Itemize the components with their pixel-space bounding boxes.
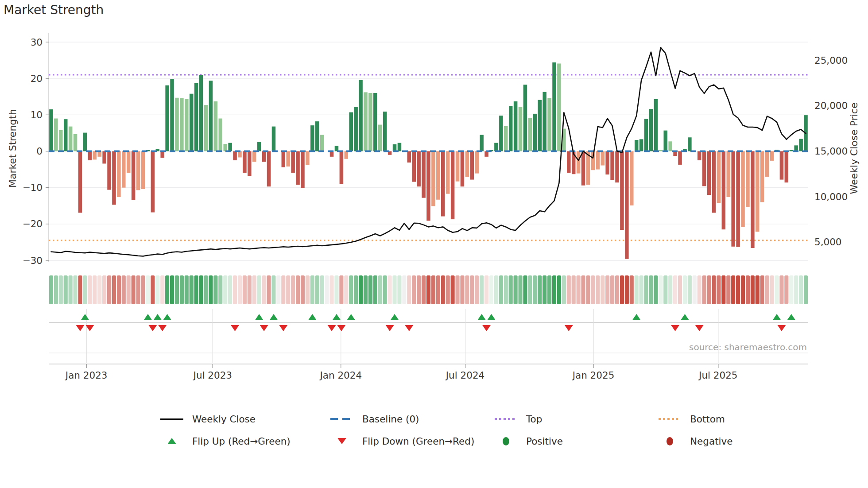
heatmap-cell	[204, 275, 208, 304]
strength-bars	[49, 62, 808, 259]
heatmap-cell	[155, 275, 159, 304]
strength-bar	[630, 151, 634, 205]
heatmap-cell	[141, 275, 145, 304]
strength-bar	[136, 151, 140, 190]
heatmap-cell	[252, 275, 256, 304]
strength-bar	[698, 151, 701, 161]
heatmap-cell	[702, 275, 706, 304]
left-tick-label: −30	[23, 255, 43, 266]
strength-bar	[751, 151, 755, 248]
heatmap-cell	[69, 275, 73, 304]
heatmap-cell	[455, 275, 459, 304]
heatmap-cell	[707, 275, 711, 304]
strength-bar	[533, 114, 537, 151]
strength-bar	[160, 151, 164, 158]
baseline-dash-swatch	[330, 418, 353, 420]
heatmap-cell	[228, 275, 232, 304]
flip-up-marker	[255, 314, 264, 320]
strength-bar	[102, 151, 106, 164]
heatmap-cell	[88, 275, 92, 304]
heatmap-cell	[320, 275, 324, 304]
heatmap-cell	[683, 275, 687, 304]
strength-bar	[417, 151, 421, 187]
flip-up-icon	[167, 438, 176, 444]
strength-bar	[668, 141, 672, 151]
strength-bar	[542, 92, 546, 151]
heatmap-cell	[572, 275, 576, 304]
strength-bar	[219, 119, 223, 151]
flip-down-marker	[671, 325, 679, 331]
heatmap-cell	[470, 275, 474, 304]
flip-down-icon	[337, 438, 346, 444]
heatmap-cell	[494, 275, 498, 304]
heatmap-cell	[117, 275, 121, 304]
strength-bar	[93, 151, 97, 160]
strength-bar	[528, 118, 532, 151]
heatmap-cell	[673, 275, 677, 304]
strength-bar	[248, 151, 252, 176]
heatmap-cell	[610, 275, 614, 304]
source-text: source: sharemaestro.com	[689, 342, 807, 352]
strength-bar	[398, 143, 402, 151]
strength-bar	[151, 151, 155, 213]
strength-bar	[214, 101, 218, 151]
strength-bar	[373, 93, 377, 151]
strength-bar	[770, 151, 774, 161]
strength-bar	[422, 151, 426, 198]
heatmap-cell	[349, 275, 353, 304]
heatmap-cell	[547, 275, 551, 304]
strength-bar	[393, 144, 397, 151]
x-tick-label: Jan 2025	[572, 370, 615, 381]
heatmap-cell	[329, 275, 333, 304]
strength-bar	[790, 150, 794, 151]
heatmap-cell	[262, 275, 266, 304]
heatmap-cell	[552, 275, 556, 304]
legend-item-bottom: Bottom	[654, 413, 725, 425]
strength-bar	[83, 133, 87, 151]
heatmap-cell	[359, 275, 363, 304]
left-tick-label: 30	[31, 37, 43, 48]
strength-bar	[615, 151, 619, 183]
heatmap-cell	[542, 275, 546, 304]
flip-down-marker	[405, 325, 413, 331]
strength-bar	[654, 99, 658, 151]
strength-bar	[170, 79, 174, 151]
heatmap-cell	[93, 275, 97, 304]
heatmap-cell	[339, 275, 343, 304]
flip-up-marker	[787, 314, 795, 320]
heatmap-cell	[509, 275, 513, 304]
strength-bar	[557, 63, 561, 151]
strength-bar	[175, 98, 179, 151]
strength-bar	[59, 130, 63, 151]
heatmap-cell	[751, 275, 755, 304]
heatmap-cell	[446, 275, 450, 304]
flip-up-marker	[153, 314, 162, 320]
strength-bar	[538, 100, 542, 151]
strength-bar	[663, 131, 667, 151]
heatmap-cell	[620, 275, 624, 304]
heatmap-cell	[460, 275, 464, 304]
strength-bar	[547, 98, 551, 151]
strength-bar	[368, 93, 372, 151]
heatmap-cell	[784, 275, 788, 304]
heatmap-cell	[315, 275, 319, 304]
legend-item-flip-up: Flip Up (Red→Green)	[156, 435, 291, 447]
strength-bar	[644, 119, 648, 151]
strength-bar	[601, 151, 604, 166]
strength-bar	[756, 151, 760, 232]
heatmap-cell	[267, 275, 271, 304]
heatmap-cell	[736, 275, 740, 304]
heatmap-cell	[388, 275, 392, 304]
strength-bar	[799, 139, 803, 151]
heatmap-cell	[180, 275, 184, 304]
strength-bar	[702, 151, 706, 186]
flip-up-marker	[477, 314, 486, 320]
strength-bar	[741, 151, 745, 227]
x-tick-label: Jan 2023	[65, 370, 108, 381]
strength-bar	[514, 101, 518, 151]
strength-bar	[112, 151, 116, 205]
heatmap-cell	[518, 275, 522, 304]
strength-bar	[431, 151, 435, 206]
right-tick-label: 10,000	[814, 191, 848, 202]
flip-up-marker	[391, 314, 399, 320]
